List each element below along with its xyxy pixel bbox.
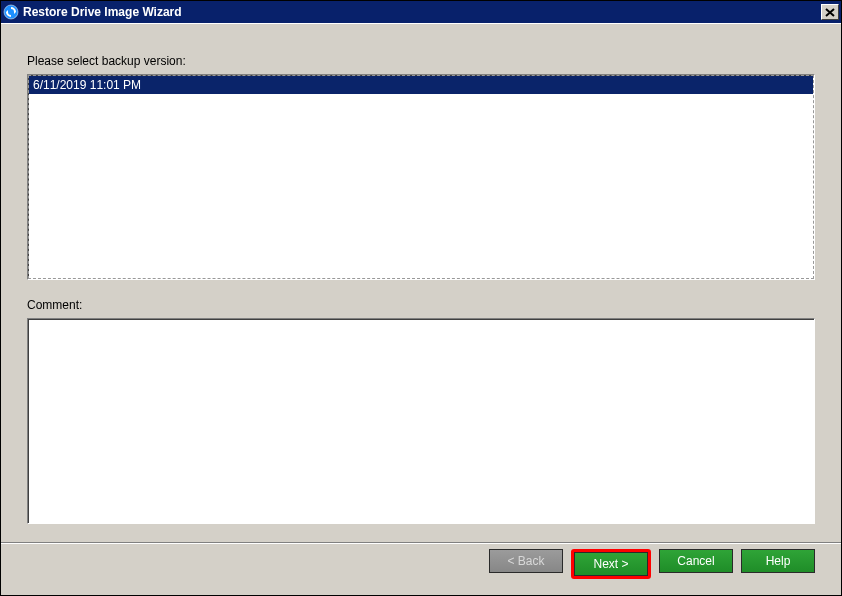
select-backup-label: Please select backup version:	[27, 54, 815, 68]
close-icon	[825, 8, 835, 17]
backup-version-item[interactable]: 6/11/2019 11:01 PM	[29, 76, 813, 94]
comment-label: Comment:	[27, 298, 815, 312]
back-button: < Back	[489, 549, 563, 573]
content-area: Please select backup version: 6/11/2019 …	[1, 23, 841, 542]
close-button[interactable]	[821, 4, 839, 20]
backup-version-list[interactable]: 6/11/2019 11:01 PM	[27, 74, 815, 280]
app-icon	[3, 4, 19, 20]
titlebar: Restore Drive Image Wizard	[1, 1, 841, 23]
window-title: Restore Drive Image Wizard	[23, 5, 821, 19]
comment-textarea[interactable]	[27, 318, 815, 524]
next-button-highlight: Next >	[571, 549, 651, 579]
wizard-window: Restore Drive Image Wizard Please select…	[0, 0, 842, 596]
button-row: < Back Next > Cancel Help	[1, 542, 841, 595]
help-button[interactable]: Help	[741, 549, 815, 573]
next-button[interactable]: Next >	[574, 552, 648, 576]
cancel-button[interactable]: Cancel	[659, 549, 733, 573]
